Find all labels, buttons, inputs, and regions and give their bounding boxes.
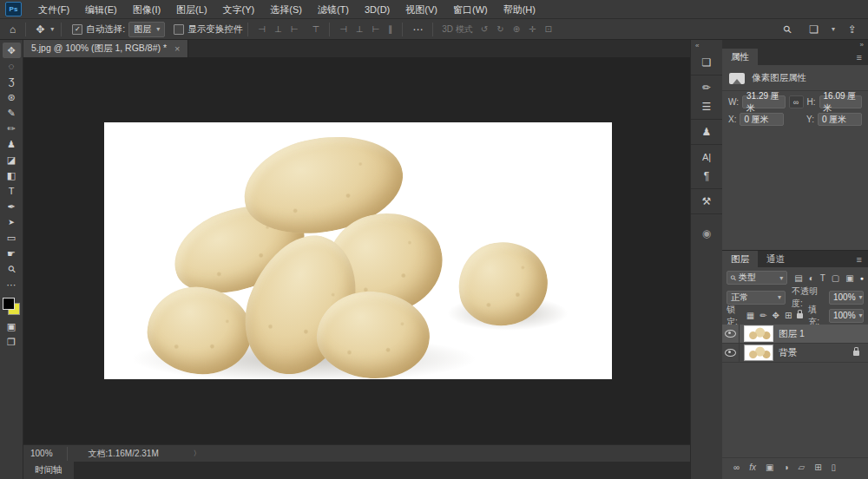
eyedropper-tool[interactable]: ✎ [3,105,21,121]
pen-tool[interactable]: ✒ [3,199,21,214]
chevron-down-icon[interactable]: ▾ [49,25,56,33]
type-tool[interactable]: T [3,183,21,199]
height-field[interactable]: 16.09 厘米 [819,95,862,108]
x-field[interactable]: 0 厘米 [740,113,784,126]
chevron-down-icon[interactable]: ▾ [832,25,835,33]
layer-effects-icon[interactable]: fx [749,463,756,472]
align-center-h-icon[interactable]: ⊥ [270,24,286,34]
close-icon[interactable]: × [174,43,180,54]
filter-switch-icon[interactable]: ● [860,275,864,281]
distribute-middle-icon[interactable]: ⊥ [352,24,368,34]
panel-menu-icon[interactable]: ≡ [851,49,868,65]
home-icon[interactable]: ⌂ [5,23,20,36]
expand-panels-icon[interactable]: « [691,40,722,50]
lock-artboard-icon[interactable]: ⊞ [785,311,792,320]
new-layer-icon[interactable]: ⊞ [814,463,821,472]
tool-presets-panel-icon[interactable]: ⚒ [695,192,718,211]
opacity-dropdown[interactable]: 100% ▾ [829,291,864,305]
quick-selection-tool[interactable]: ⊛ [3,89,21,105]
lock-pixels-icon[interactable]: ✏ [760,311,766,320]
group-layers-icon[interactable]: ▱ [798,463,805,472]
menu-type[interactable]: 文字(Y) [215,0,263,19]
foreground-color-swatch[interactable] [3,298,15,310]
layer-visibility-toggle[interactable] [722,344,740,362]
character-panel-icon[interactable]: A| [695,148,718,167]
paragraph-panel-icon[interactable]: ¶ [695,167,718,186]
zoom-level[interactable]: 100% [23,449,62,458]
search-icon[interactable]: ⚲ [778,19,798,39]
gradient-tool[interactable]: ◧ [3,167,21,183]
shape-tool[interactable]: ▭ [3,230,21,246]
menu-file[interactable]: 文件(F) [30,0,77,19]
chevron-right-icon[interactable]: 〉 [159,449,201,458]
filter-adjustment-layers-icon[interactable]: ◐ [809,273,814,283]
tab-properties[interactable]: 属性 [722,49,758,65]
more-options-icon[interactable]: ⋯ [408,23,427,36]
menu-layer[interactable]: 图层(L) [168,0,214,19]
layer-row[interactable]: 图层 1 [722,325,868,344]
distribute-h-icon[interactable]: ∥ [384,24,397,34]
panel-menu-icon[interactable]: ≡ [851,251,868,267]
menu-edit[interactable]: 编辑(E) [77,0,125,19]
menu-3d[interactable]: 3D(D) [357,0,398,19]
auto-select-checkbox[interactable]: ✓ [72,24,82,35]
share-icon[interactable]: ⇪ [844,23,861,36]
canvas-image[interactable] [104,122,612,379]
distribute-top-icon[interactable]: ⊣ [335,24,352,34]
move-tool-icon[interactable]: ✥ [31,23,49,36]
lock-all-icon[interactable] [797,313,803,318]
align-left-icon[interactable]: ⊣ [253,24,270,34]
color-swatches[interactable] [3,298,20,315]
document-tab[interactable]: 5.jpg @ 100% (图层 1, RGB/8#) * × [23,40,188,57]
menu-window[interactable]: 窗口(W) [445,0,496,19]
quick-mask-icon[interactable]: ▣ [3,318,21,334]
layer-filter-dropdown[interactable]: ⚲ 类型 ▾ [727,271,787,285]
link-layers-icon[interactable]: ∞ [733,463,740,472]
filter-pixel-layers-icon[interactable]: ▤ [794,273,802,283]
filter-smart-objects-icon[interactable]: ▣ [845,273,853,283]
align-right-icon[interactable]: ⊢ [286,24,303,34]
layer-mask-icon[interactable]: ▣ [766,463,773,472]
tab-timeline[interactable]: 时间轴 [23,462,74,479]
filter-shape-layers-icon[interactable]: ▢ [832,273,839,283]
layer-visibility-toggle[interactable] [722,325,740,343]
lock-position-icon[interactable]: ✥ [773,311,779,320]
libraries-panel-icon[interactable]: ❏ [695,53,718,72]
marquee-tool[interactable]: ◌ [3,58,21,74]
collapse-panels-icon[interactable]: » [860,41,864,49]
blend-mode-dropdown[interactable]: 正常 ▾ [727,291,786,305]
link-dimensions-icon[interactable]: ∞ [789,95,804,108]
move-tool[interactable]: ✥ [3,43,21,58]
width-field[interactable]: 31.29 厘米 [742,95,785,108]
brush-tool[interactable]: ✏ [3,121,21,136]
menu-filter[interactable]: 滤镜(T) [310,0,357,19]
auto-select-dropdown[interactable]: 图层 ▾ [128,22,165,37]
fill-dropdown[interactable]: 100% ▾ [829,309,864,323]
layer-name[interactable]: 背景 [779,347,797,359]
brushes-panel-icon[interactable]: ☰ [695,97,718,116]
adjustment-layer-icon[interactable]: ◑ [783,463,788,472]
distribute-bottom-icon[interactable]: ⊢ [368,24,385,34]
show-transform-checkbox[interactable] [174,24,184,35]
clone-source-panel-icon[interactable]: ♟ [695,122,718,141]
screen-mode-icon[interactable]: ❐ [3,334,21,350]
layer-row[interactable]: 背景 [722,344,868,363]
layer-name[interactable]: 图层 1 [779,328,805,340]
eraser-tool[interactable]: ◪ [3,152,21,167]
tab-layers[interactable]: 图层 [722,251,758,267]
layer-thumbnail[interactable] [744,344,773,361]
workspace-icon[interactable]: ❏ [805,23,823,36]
menu-help[interactable]: 帮助(H) [496,0,543,19]
menu-view[interactable]: 视图(V) [398,0,445,19]
menu-image[interactable]: 图像(I) [125,0,168,19]
lock-transparent-icon[interactable]: ▦ [746,311,754,320]
y-field[interactable]: 0 厘米 [818,113,862,126]
align-top-icon[interactable]: ⊤ [307,24,324,34]
layer-thumbnail[interactable] [744,325,773,342]
clone-stamp-tool[interactable]: ♟ [3,136,21,152]
filter-type-layers-icon[interactable]: T [820,273,825,283]
delete-layer-icon[interactable]: ▯ [832,463,837,472]
lasso-tool[interactable]: Ʒ [3,74,21,89]
menu-select[interactable]: 选择(S) [262,0,310,19]
creative-cloud-icon[interactable]: ◉ [695,224,718,243]
